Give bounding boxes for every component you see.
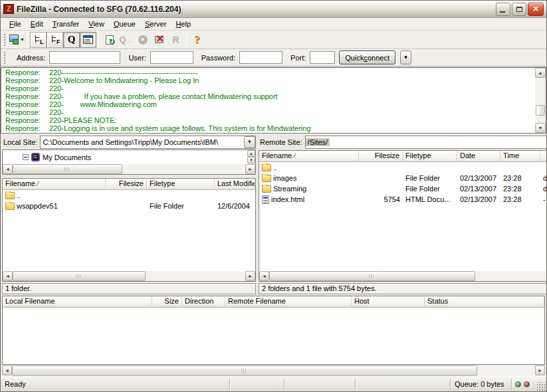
local-site-dropdown-button[interactable]: ▼ [244, 136, 255, 148]
remote-site-path: /Sites/ [306, 138, 330, 146]
col-label: Filename [262, 151, 292, 159]
scroll-right-icon[interactable]: ► [245, 271, 255, 281]
scroll-left-icon[interactable]: ◄ [2, 365, 12, 375]
queue-col-status[interactable]: Status [425, 296, 544, 308]
log-line: Response:220- [5, 84, 535, 92]
site-manager-button[interactable]: ▼ [9, 32, 25, 48]
menu-item-edit[interactable]: Edit [26, 19, 48, 29]
maximize-button[interactable] [512, 3, 526, 16]
queue-col-local-filename[interactable]: Local Filename [3, 296, 152, 308]
help-button[interactable]: ? [189, 32, 205, 48]
statusbar-section [230, 379, 284, 390]
port-label: Port: [290, 54, 306, 62]
menu-item-transfer[interactable]: Transfer [48, 19, 84, 29]
menu-item-view[interactable]: View [84, 19, 109, 29]
remote-row-streaming[interactable]: Streaming File Folder 02/13/2007 23:28 d [259, 183, 547, 194]
remote-col-filetype[interactable]: Filetype [403, 151, 457, 162]
scroll-left-icon[interactable]: ◄ [3, 164, 13, 174]
remote-row-updir[interactable]: .. [259, 162, 547, 173]
toggle-queue-button[interactable]: Q [63, 32, 80, 48]
chevron-down-icon: ▼ [247, 139, 253, 145]
process-queue-button[interactable]: Q→ [118, 32, 134, 48]
local-list-hscroll-thumb[interactable] [13, 271, 146, 281]
local-col-filetype[interactable]: Filetype [147, 179, 215, 190]
reconnect-button[interactable]: R [167, 32, 184, 48]
menu-item-file[interactable]: File [5, 19, 26, 29]
queue-hscroll-thumb[interactable] [12, 365, 477, 376]
remote-list-hscroll-thumb[interactable] [269, 271, 475, 281]
quickconnect-dropdown-button[interactable]: ▼ [400, 50, 411, 64]
remote-col-date[interactable]: Date [457, 151, 500, 162]
scroll-up-icon[interactable]: ▲ [247, 150, 255, 157]
menu-item-help[interactable]: Help [171, 19, 195, 29]
minimize-button[interactable] [496, 3, 510, 16]
menu-item-server[interactable]: Server [140, 19, 171, 29]
user-input[interactable] [150, 51, 193, 64]
local-list-hscrollbar[interactable]: ◄ ► [3, 271, 255, 281]
file-type: File Folder [403, 174, 457, 182]
quickconnect-gripper[interactable] [3, 51, 6, 64]
log-prefix: Response: [5, 116, 49, 124]
folder-icon [262, 175, 271, 182]
local-row-wsappdev51[interactable]: wsappdev51 File Folder 12/6/2004 [3, 201, 255, 211]
col-label: Time [503, 151, 519, 159]
local-tree-vscrollbar[interactable]: ▲ ▼ [247, 150, 255, 164]
remote-list-hscroll-track[interactable] [269, 271, 547, 281]
scroll-right-icon[interactable]: ► [245, 164, 255, 174]
cancel-button[interactable]: ✕ [134, 32, 151, 48]
queue-hscrollbar[interactable]: ◄ ► [2, 365, 545, 376]
remote-row-index-html[interactable]: index.html 5754 HTML Docu... 02/13/2007 … [259, 194, 547, 205]
remote-list-hscrollbar[interactable]: ◄ ► [259, 271, 547, 281]
address-input[interactable] [49, 51, 120, 64]
col-label: Filetype [150, 179, 175, 187]
local-col-filename[interactable]: Filename ∕ [3, 179, 106, 190]
refresh-button[interactable]: ↻ [101, 32, 118, 48]
close-button[interactable]: ✕ [528, 3, 544, 16]
tree-item-my-documents[interactable]: My Documents [3, 150, 247, 164]
local-tree-hscroll-thumb[interactable] [13, 164, 122, 174]
remote-col-filename[interactable]: Filename ∕ [259, 151, 359, 162]
local-col-modified[interactable]: Last Modified [215, 179, 255, 190]
scroll-left-icon[interactable]: ◄ [259, 271, 269, 281]
toggle-message-log-button[interactable] [80, 32, 96, 48]
log-vscroll-thumb[interactable] [536, 105, 545, 116]
scroll-left-icon[interactable]: ◄ [3, 271, 13, 281]
local-list-hscroll-track[interactable] [13, 271, 245, 281]
local-site-path: C:\Documents and Settings\Tripp\My Docum… [41, 138, 220, 146]
local-tree-hscroll-track[interactable] [13, 164, 245, 174]
remote-site-combo[interactable]: /Sites/ ▼ [305, 136, 547, 149]
quickconnect-button[interactable]: Quickconnect [339, 50, 395, 64]
remote-col-permissions[interactable] [540, 151, 547, 162]
local-col-filesize[interactable]: Filesize [106, 179, 147, 190]
scroll-up-icon[interactable]: ▲ [535, 68, 546, 78]
log-vscrollbar[interactable]: ▲ ▼ [535, 68, 546, 133]
remote-row-images[interactable]: images File Folder 02/13/2007 23:28 d [259, 173, 547, 183]
log-vscroll-track[interactable] [535, 78, 546, 123]
queue-col-host[interactable]: Host [352, 296, 425, 308]
scroll-down-icon[interactable]: ▼ [535, 123, 546, 133]
toggle-local-tree-button[interactable]: L [30, 32, 47, 48]
tree-collapse-icon[interactable] [23, 154, 29, 160]
qc-label-post: onnect [368, 54, 389, 62]
queue-col-size[interactable]: Size [152, 296, 182, 308]
main-panes: Local Site: C:\Documents and Settings\Tr… [1, 135, 546, 294]
local-row-updir[interactable]: .. [3, 190, 255, 201]
resize-grip[interactable] [537, 382, 546, 391]
local-site-combo[interactable]: C:\Documents and Settings\Tripp\My Docum… [40, 136, 256, 149]
queue-col-remote-filename[interactable]: Remote Filename [225, 296, 352, 308]
my-documents-icon [31, 153, 40, 161]
queue-col-direction[interactable]: Direction [182, 296, 225, 308]
disconnect-button[interactable]: ✕ [151, 32, 167, 48]
file-permissions: - [540, 195, 547, 203]
port-input[interactable] [310, 51, 335, 64]
menu-item-queue[interactable]: Queue [109, 19, 140, 29]
password-input[interactable] [239, 51, 282, 64]
toolbar-gripper[interactable] [3, 33, 6, 47]
queue-hscroll-track[interactable] [12, 365, 535, 376]
remote-col-filesize[interactable]: Filesize [359, 151, 403, 162]
scroll-right-icon[interactable]: ► [535, 365, 545, 375]
toggle-remote-tree-button[interactable]: F [47, 32, 63, 48]
remote-col-time[interactable]: Time [500, 151, 540, 162]
local-tree-hscrollbar[interactable]: ◄ ► [3, 164, 255, 174]
scroll-down-icon[interactable]: ▼ [247, 157, 255, 163]
